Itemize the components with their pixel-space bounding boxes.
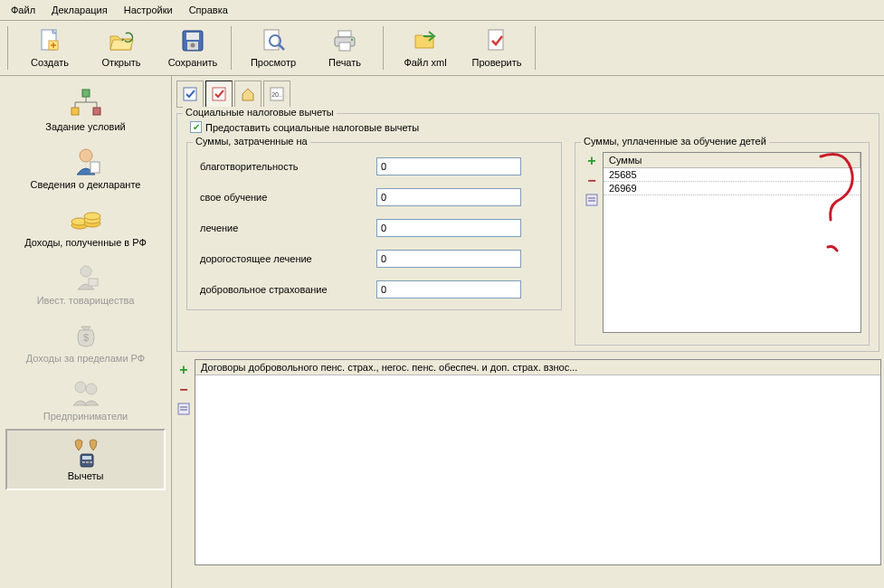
save-floppy-icon xyxy=(178,26,207,55)
menu-bar: Файл Декларация Настройки Справка xyxy=(0,0,884,21)
money-bag-icon: $ xyxy=(68,318,104,351)
provide-social-label: Предоставить социальные налоговые вычеты xyxy=(205,122,419,133)
tab-property-button[interactable] xyxy=(234,81,261,108)
coins-icon xyxy=(68,203,104,235)
svg-rect-39 xyxy=(184,88,196,100)
toolbar-preview-label: Просмотр xyxy=(251,57,296,68)
person-icon xyxy=(68,145,104,177)
provide-social-checkbox[interactable]: ✔ xyxy=(190,121,202,133)
svg-rect-3 xyxy=(186,33,199,40)
social-deductions-group: Социальные налоговые вычеты ✔ Предостави… xyxy=(176,113,879,352)
svg-rect-37 xyxy=(86,461,89,463)
preview-magnify-icon xyxy=(259,26,288,55)
tab-standard-button[interactable] xyxy=(176,81,204,108)
insurance-label: добровольное страхование xyxy=(200,284,376,295)
svg-line-8 xyxy=(279,44,284,50)
sidebar-item-income-rf[interactable]: Доходы, полученные в РФ xyxy=(0,197,171,255)
children-sums-grid[interactable]: Суммы 25685 26969 xyxy=(603,152,861,333)
sidebar-label: Доходы, полученные в РФ xyxy=(24,237,147,248)
navigation-sidebar: Задание условий Сведения о декларанте До… xyxy=(0,76,172,588)
svg-rect-43 xyxy=(586,194,597,205)
invest-partnership-icon xyxy=(68,261,104,293)
export-xml-icon xyxy=(411,26,440,55)
treatment-label: лечение xyxy=(200,223,376,233)
menu-declaration[interactable]: Декларация xyxy=(44,2,115,18)
edit-contract-button[interactable] xyxy=(177,403,190,415)
svg-point-28 xyxy=(84,213,100,220)
edit-child-sum-button[interactable] xyxy=(585,194,598,206)
tab-social-button[interactable] xyxy=(205,81,233,108)
toolbar-filexml-button[interactable]: Файл xml xyxy=(390,24,461,71)
menu-file[interactable]: Файл xyxy=(4,2,43,18)
grid-header-sums: Суммы xyxy=(604,153,860,168)
check-document-icon xyxy=(482,26,511,55)
menu-settings[interactable]: Настройки xyxy=(117,2,180,18)
open-folder-icon xyxy=(107,26,136,55)
sums-spent-group: Суммы, затраченные на благотворительност… xyxy=(186,142,562,310)
tab-losses-button[interactable]: 20.. xyxy=(263,81,290,108)
own-education-input[interactable] xyxy=(376,188,521,206)
sidebar-item-invest: Ивест. товарищества xyxy=(0,255,171,313)
svg-rect-36 xyxy=(82,461,85,463)
contracts-grid-header: Договоры добровольного пенс. страх., нег… xyxy=(195,360,880,375)
svg-rect-46 xyxy=(178,403,189,414)
svg-text:$: $ xyxy=(82,332,88,343)
own-education-label: свое обучение xyxy=(200,192,376,203)
toolbar-print-button[interactable]: Печать xyxy=(309,24,380,71)
sidebar-item-income-foreign: $ Доходы за пределами РФ xyxy=(0,313,171,371)
grid-row[interactable]: 25685 xyxy=(604,168,860,182)
sidebar-item-deductions[interactable]: Вычеты xyxy=(5,429,166,490)
toolbar-create-button[interactable]: Создать xyxy=(14,24,85,71)
sidebar-label: Ивест. товарищества xyxy=(37,295,135,306)
sidebar-label: Предприниматели xyxy=(43,411,128,422)
toolbar-check-label: Проверить xyxy=(471,57,521,68)
svg-point-33 xyxy=(86,384,97,394)
contracts-grid[interactable]: Договоры добровольного пенс. страх., нег… xyxy=(195,359,881,565)
svg-rect-15 xyxy=(82,90,90,97)
toolbar-preview-button[interactable]: Просмотр xyxy=(238,24,309,71)
charity-input[interactable] xyxy=(376,157,521,175)
svg-rect-17 xyxy=(93,108,100,115)
toolbar-open-button[interactable]: Открыть xyxy=(86,24,157,71)
social-group-legend: Социальные налоговые вычеты xyxy=(183,107,337,118)
svg-rect-11 xyxy=(339,43,350,51)
content-area: 20.. Социальные налоговые вычеты ✔ Предо… xyxy=(172,76,884,588)
expensive-treatment-input[interactable] xyxy=(376,250,521,268)
children-edu-legend: Суммы, уплаченные за обучение детей xyxy=(581,136,769,147)
toolbar-filexml-label: Файл xml xyxy=(404,57,446,68)
svg-point-5 xyxy=(191,43,195,48)
expensive-treatment-label: дорогостоящее лечение xyxy=(200,253,376,264)
add-child-sum-button[interactable]: + xyxy=(587,154,595,168)
menu-help[interactable]: Справка xyxy=(182,2,235,18)
svg-rect-30 xyxy=(89,279,98,286)
main-toolbar: Создать Открыть Сохранить Просмотр Печат… xyxy=(0,21,884,76)
svg-rect-14 xyxy=(489,30,503,50)
svg-rect-16 xyxy=(71,108,79,115)
new-document-icon xyxy=(35,26,64,55)
sidebar-item-conditions[interactable]: Задание условий xyxy=(0,81,171,139)
add-contract-button[interactable]: + xyxy=(179,363,187,377)
toolbar-create-label: Создать xyxy=(31,57,69,68)
treatment-input[interactable] xyxy=(376,219,521,237)
svg-point-29 xyxy=(81,266,91,277)
sums-spent-legend: Суммы, затраченные на xyxy=(193,136,310,147)
toolbar-check-button[interactable]: Проверить xyxy=(461,24,532,71)
svg-rect-35 xyxy=(82,456,91,460)
remove-child-sum-button[interactable]: − xyxy=(587,174,595,188)
remove-contract-button[interactable]: − xyxy=(179,383,187,397)
toolbar-print-label: Печать xyxy=(328,57,361,68)
svg-point-32 xyxy=(75,382,86,393)
grid-row[interactable]: 26969 xyxy=(604,182,860,195)
toolbar-save-button[interactable]: Сохранить xyxy=(157,24,228,71)
sidebar-item-entrepreneurs: Предприниматели xyxy=(0,371,171,429)
insurance-input[interactable] xyxy=(376,280,521,299)
sidebar-item-declarant[interactable]: Сведения о декларанте xyxy=(0,139,171,197)
sidebar-label: Вычеты xyxy=(68,470,104,481)
printer-icon xyxy=(330,26,359,55)
deductions-icon xyxy=(68,436,104,469)
children-education-group: Суммы, уплаченные за обучение детей + − … xyxy=(575,142,870,346)
svg-rect-40 xyxy=(213,88,225,100)
svg-rect-23 xyxy=(90,162,100,173)
charity-label: благотворительность xyxy=(200,161,376,172)
sidebar-label: Задание условий xyxy=(45,121,125,132)
